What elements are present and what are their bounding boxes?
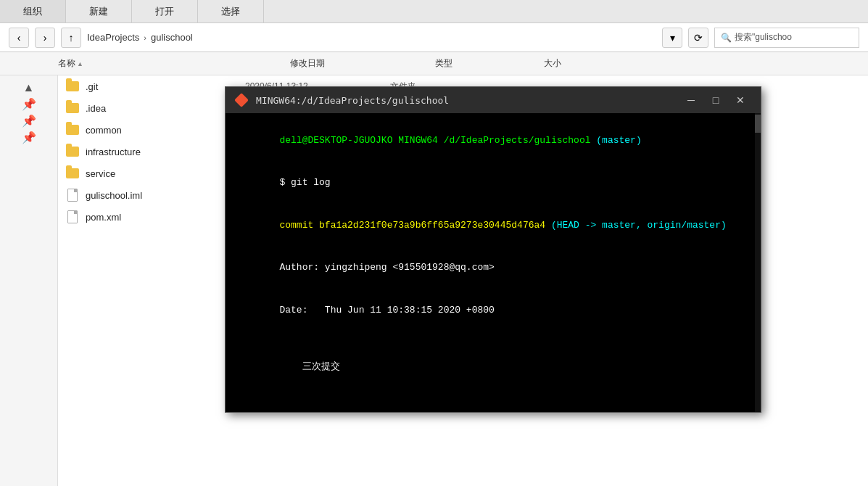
- term-line-6: [234, 331, 752, 346]
- file-name-common: common: [86, 125, 245, 136]
- folder-icon-service: [65, 166, 80, 181]
- folder-icon-git: [65, 79, 80, 94]
- file-name-iml: gulischool.iml: [86, 190, 245, 201]
- nav-back-btn[interactable]: ‹: [9, 28, 29, 48]
- search-placeholder: 搜索"gulischoo: [735, 31, 792, 44]
- term-line-2: $ git log: [234, 162, 752, 205]
- path-segment-1[interactable]: IdeaProjects: [87, 32, 139, 43]
- nav-dropdown-btn[interactable]: ▾: [662, 28, 682, 48]
- toolbar-organize[interactable]: 组织: [0, 0, 66, 22]
- toolbar-open[interactable]: 打开: [132, 0, 198, 22]
- file-name-git: .git: [86, 81, 245, 92]
- col-header-name[interactable]: 名称▲: [58, 57, 290, 70]
- sidebar-pin2[interactable]: 📌: [22, 114, 36, 128]
- term-line-9: commit 13e486b5b408701b58904e99fcfc40c30…: [234, 402, 752, 412]
- terminal-close-btn[interactable]: ✕: [729, 90, 752, 110]
- terminal-window: MINGW64:/d/IdeaProjects/gulischool ─ □ ✕…: [225, 86, 761, 413]
- term-line-7: 三次提交: [234, 345, 752, 388]
- folder-icon-common: [65, 123, 80, 137]
- toolbar-new[interactable]: 新建: [66, 0, 132, 22]
- file-icon-pom: [65, 210, 80, 224]
- terminal-scrollbar-thumb[interactable]: [755, 115, 761, 133]
- term-line-1: dell@DESKTOP-JGUOJKO MINGW64 /d/IdeaProj…: [234, 119, 752, 162]
- address-bar: ‹ › ↑ IdeaProjects › gulischool ▾ ⟳ 🔍 搜索…: [0, 23, 868, 52]
- terminal-minimize-btn[interactable]: ─: [679, 90, 703, 110]
- sidebar-pin-up[interactable]: ▲: [23, 81, 35, 94]
- file-icon-iml: [65, 188, 80, 202]
- column-headers: 名称▲ 修改日期 类型 大小: [0, 52, 868, 75]
- term-line-5: Date: Thu Jun 11 10:38:15 2020 +0800: [234, 289, 752, 331]
- file-name-pom: pom.xml: [86, 212, 245, 223]
- address-path: IdeaProjects › gulischool: [87, 32, 656, 43]
- top-toolbar: 组织 新建 打开 选择: [0, 0, 868, 23]
- path-segment-2[interactable]: gulischool: [151, 32, 193, 43]
- term-line-4: Author: yingzhipeng <915501928@qq.com>: [234, 247, 752, 289]
- terminal-titlebar: MINGW64:/d/IdeaProjects/gulischool ─ □ ✕: [226, 87, 761, 113]
- terminal-scrollbar[interactable]: [755, 113, 761, 412]
- file-name-infrastructure: infrastructure: [86, 147, 245, 157]
- sidebar-pin3[interactable]: 📌: [22, 131, 36, 144]
- terminal-maximize-btn[interactable]: □: [704, 90, 727, 110]
- terminal-controls: ─ □ ✕: [679, 90, 752, 110]
- svg-rect-0: [234, 93, 249, 107]
- folder-icon-infrastructure: [65, 144, 80, 159]
- nav-refresh-btn[interactable]: ⟳: [688, 28, 708, 48]
- file-name-idea: .idea: [86, 103, 245, 114]
- col-header-type[interactable]: 类型: [435, 57, 544, 70]
- file-name-service: service: [86, 168, 245, 179]
- folder-icon-idea: [65, 101, 80, 115]
- sidebar: ▲ 📌 📌 📌: [0, 75, 58, 486]
- terminal-title: MINGW64:/d/IdeaProjects/gulischool: [256, 95, 679, 106]
- search-box[interactable]: 🔍 搜索"gulischoo: [714, 28, 859, 48]
- col-header-date[interactable]: 修改日期: [290, 57, 435, 70]
- toolbar-select[interactable]: 选择: [198, 0, 264, 22]
- nav-forward-btn[interactable]: ›: [35, 28, 55, 48]
- nav-up-btn[interactable]: ↑: [61, 28, 81, 48]
- term-line-3: commit bfa1a2d231f0e73a9b6ff65a9273e3044…: [234, 204, 752, 247]
- sidebar-pin1[interactable]: 📌: [22, 97, 36, 111]
- terminal-logo: [234, 93, 249, 107]
- path-chevron: ›: [144, 33, 146, 42]
- col-header-size[interactable]: 大小: [544, 57, 631, 70]
- terminal-body[interactable]: dell@DESKTOP-JGUOJKO MINGW64 /d/IdeaProj…: [226, 113, 761, 412]
- main-area: ▲ 📌 📌 📌 .git 2020/6/11 13:12 文件夹 .idea 2…: [0, 75, 868, 486]
- search-icon: 🔍: [721, 33, 732, 43]
- term-line-8: [234, 388, 752, 403]
